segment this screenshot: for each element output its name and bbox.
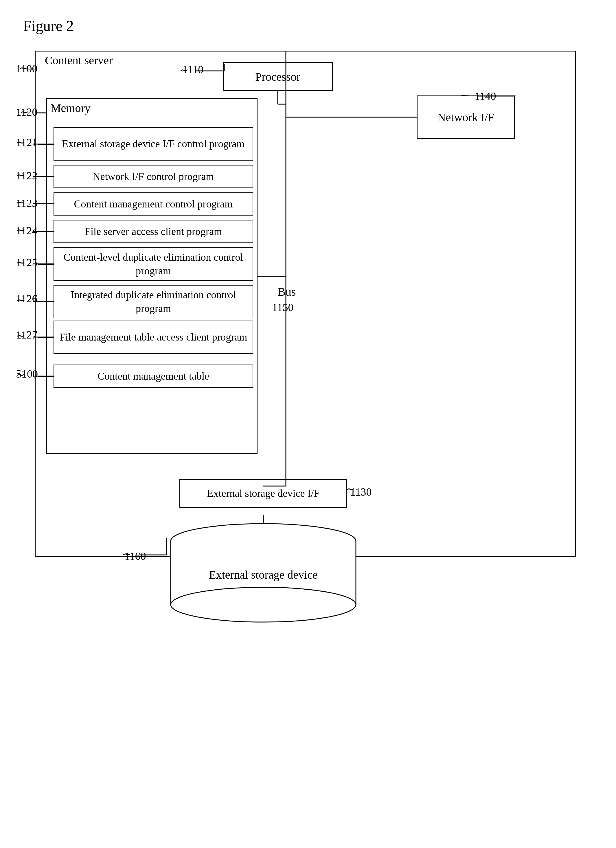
prog-label-1124: File server access client program (85, 225, 222, 239)
prog-box-1123: Content management control program (53, 193, 253, 215)
label-1110: 1110 (182, 63, 203, 76)
ref-line-1121 (38, 144, 53, 145)
network-if-label: Network I/F (438, 111, 494, 124)
prog-label-1125: Content-level duplicate elimination cont… (58, 251, 249, 278)
label-1127: 1127 (16, 328, 38, 341)
ext-storage-if-box: External storage device I/F (180, 479, 347, 508)
label-1122: 1122 (16, 169, 38, 182)
processor-box: Processor (223, 62, 333, 91)
prog-label-1126: Integrated duplicate elimination control… (58, 288, 249, 315)
label-1160: 1160 (125, 550, 146, 562)
label-1140: 1140 (475, 90, 496, 102)
ref-line-1100 (27, 69, 35, 70)
ref-line-1125 (38, 264, 53, 265)
figure-title: Figure 2 (23, 17, 74, 34)
ref-line-1124 (38, 231, 53, 232)
ref-line-1126 (38, 301, 53, 302)
label-1123: 1123 (16, 197, 38, 209)
network-if-box: Network I/F (417, 95, 515, 139)
prog-box-1127: File management table access client prog… (53, 320, 253, 354)
content-server-label: Content server (45, 53, 113, 67)
label-5100: 5100 (16, 368, 38, 380)
label-1125: 1125 (16, 256, 38, 269)
prog-label-1121: External storage device I/F control prog… (62, 137, 245, 151)
label-1100: 1100 (16, 62, 38, 75)
ref-line-1127 (38, 337, 53, 338)
label-1121: 1121 (16, 136, 38, 149)
prog-label-1122: Network I/F control program (93, 170, 214, 184)
label-1150: 1150 (272, 301, 294, 314)
prog-box-5100: Content management table (53, 365, 253, 388)
ref-line-1120 (38, 113, 46, 113)
label-1124: 1124 (16, 224, 38, 237)
label-1130: 1130 (350, 485, 372, 498)
label-1126: 1126 (16, 292, 38, 305)
prog-box-1126: Integrated duplicate elimination control… (53, 285, 253, 318)
prog-label-1123: Content management control program (74, 197, 233, 211)
bus-label: Bus (278, 285, 296, 299)
prog-box-1122: Network I/F control program (53, 165, 253, 188)
memory-text: Memory (50, 101, 91, 115)
processor-label: Processor (255, 70, 300, 84)
prog-box-1121: External storage device I/F control prog… (53, 127, 253, 160)
svg-text:External storage device: External storage device (209, 568, 318, 581)
ref-line-5100 (38, 376, 53, 377)
prog-box-1124: File server access client program (53, 220, 253, 243)
label-1120: 1120 (16, 105, 38, 118)
ext-storage-if-label: External storage device I/F (207, 487, 320, 500)
prog-label-5100: Content management table (98, 369, 209, 383)
ref-line-1123 (38, 204, 53, 204)
ref-line-1122 (38, 176, 53, 177)
svg-point-42 (171, 587, 356, 622)
prog-label-1127: File management table access client prog… (59, 331, 247, 344)
prog-box-1125: Content-level duplicate elimination cont… (53, 248, 253, 281)
